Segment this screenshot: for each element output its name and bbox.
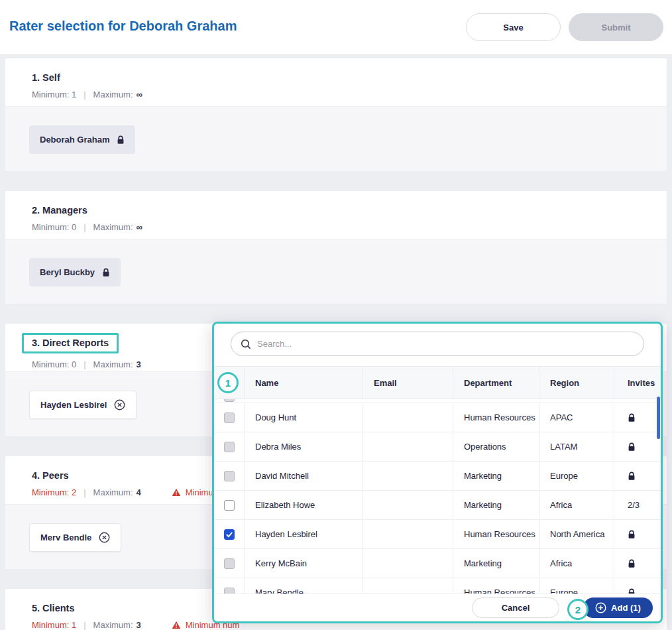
column-header-name: Name <box>245 367 363 399</box>
cancel-button[interactable]: Cancel <box>472 598 559 618</box>
invites-cell <box>614 403 661 432</box>
row-checkbox <box>224 588 235 594</box>
table-row: Mary BendleHuman ResourcesEurope <box>214 578 661 594</box>
separator: | <box>84 359 85 369</box>
maximum-value: 3 <box>137 620 141 630</box>
annotation-step-2: 2 <box>567 599 588 620</box>
table-header: Name Email Department Region Invites <box>214 366 661 399</box>
maximum-label: Maximum: <box>93 487 133 497</box>
remove-icon[interactable] <box>114 399 125 410</box>
minimum-label: Minimum: 1 <box>32 620 76 630</box>
invites-cell <box>614 462 661 490</box>
department-cell: Marketing <box>453 462 539 490</box>
minmax-row: Minimum: 1 | Maximum: ∞ <box>32 90 667 99</box>
minmax-row: Minimum: 0 | Maximum: ∞ <box>32 222 667 232</box>
name-cell: David Mitchell <box>245 462 363 490</box>
maximum-label: Maximum: <box>93 359 133 369</box>
checkbox-cell <box>214 403 245 432</box>
row-checkbox <box>224 558 235 569</box>
department-cell: Marketing <box>453 491 539 519</box>
chips-area: Beryl Buckby <box>5 239 667 304</box>
section-self: 1. Self Minimum: 1 | Maximum: ∞ Deborah … <box>5 58 667 171</box>
table-row: Kerry McBainMarketingAfrica <box>214 549 661 578</box>
table-row: Hayden LesbirelHuman ResourcesNorth Amer… <box>214 520 661 549</box>
table-row: Debra MilesOperationsLATAM <box>214 432 661 462</box>
department-cell: Human Resources <box>453 520 539 548</box>
name-cell: Hayden Lesbirel <box>245 520 363 548</box>
department-cell: Marketing <box>453 549 539 578</box>
minimum-label: Minimum: 0 <box>32 222 76 232</box>
row-checkbox[interactable] <box>224 500 235 511</box>
maximum-value: 4 <box>137 487 141 497</box>
section-title-highlighted: 3. Direct Reports <box>22 333 119 353</box>
search-box <box>231 332 644 356</box>
dialog-footer: Cancel Add (1) <box>214 594 661 621</box>
scrollbar-thumb[interactable] <box>657 397 660 439</box>
rater-name: Deborah Graham <box>40 135 109 145</box>
name-cell: Kerry McBain <box>245 549 363 578</box>
rater-name: Beryl Buckby <box>40 267 95 277</box>
add-button[interactable]: Add (1) <box>583 598 653 618</box>
warning-icon <box>172 488 181 497</box>
region-cell: APAC <box>539 403 614 432</box>
maximum-value: ∞ <box>137 90 142 99</box>
invites-cell <box>614 520 661 548</box>
rater-name: Hayden Lesbirel <box>40 400 107 410</box>
submit-button[interactable]: Submit <box>569 13 663 41</box>
name-cell: Doug Hunt <box>245 403 363 432</box>
invites-cell <box>614 549 661 578</box>
separator: | <box>84 222 85 232</box>
maximum-value: ∞ <box>137 222 142 232</box>
name-cell: Debra Miles <box>245 432 363 461</box>
department-cell: Operations <box>453 432 539 461</box>
lock-icon <box>628 442 636 452</box>
column-header-region: Region <box>539 367 614 399</box>
save-button[interactable]: Save <box>466 13 561 41</box>
lock-icon <box>628 530 636 539</box>
plus-icon <box>595 602 606 613</box>
separator: | <box>84 90 85 99</box>
lock-icon <box>628 472 636 481</box>
warning-icon <box>172 621 181 629</box>
partial-row <box>214 399 661 403</box>
rater-picker-dialog: Name Email Department Region Invites Dou… <box>212 322 663 623</box>
lock-icon <box>102 268 110 277</box>
section-title: 1. Self <box>32 72 60 83</box>
minimum-label: Minimum: 0 <box>32 359 76 369</box>
department-cell: Human Resources <box>453 578 539 594</box>
email-cell <box>363 491 453 519</box>
add-button-label: Add (1) <box>611 603 641 613</box>
invites-count: 2/3 <box>628 500 640 510</box>
minimum-label: Minimum: 1 <box>32 90 76 99</box>
table-row: Doug HuntHuman ResourcesAPAC <box>214 403 661 432</box>
separator: | <box>84 620 85 630</box>
minimum-label: Minimum: 2 <box>32 487 76 497</box>
column-header-invites: Invites <box>614 367 661 399</box>
search-input[interactable] <box>257 339 644 349</box>
maximum-label: Maximum: <box>93 620 133 630</box>
separator: | <box>84 487 85 497</box>
region-cell: LATAM <box>539 432 614 461</box>
row-checkbox[interactable] <box>224 529 235 540</box>
row-checkbox <box>224 399 235 402</box>
email-cell <box>363 432 453 461</box>
invites-cell <box>614 578 661 594</box>
lock-icon <box>628 588 636 594</box>
checkbox-cell <box>214 578 245 594</box>
section-title: 2. Managers <box>32 205 87 216</box>
remove-icon[interactable] <box>99 532 110 543</box>
checkbox-cell <box>214 491 245 519</box>
email-cell <box>363 462 453 490</box>
rater-chip: Deborah Graham <box>29 125 135 154</box>
column-header-department: Department <box>453 367 539 399</box>
row-checkbox <box>224 471 235 481</box>
column-header-email: Email <box>363 367 453 399</box>
row-checkbox <box>224 412 235 423</box>
invites-cell: 2/3 <box>614 491 661 519</box>
region-cell: North America <box>539 520 614 548</box>
rater-chip: Hayden Lesbirel <box>29 391 137 419</box>
section-managers: 2. Managers Minimum: 0 | Maximum: ∞ Bery… <box>5 191 667 304</box>
page-header: Rater selection for Deborah Graham Save … <box>0 0 672 54</box>
region-cell: Africa <box>539 549 614 578</box>
department-cell: Human Resources <box>453 403 539 432</box>
